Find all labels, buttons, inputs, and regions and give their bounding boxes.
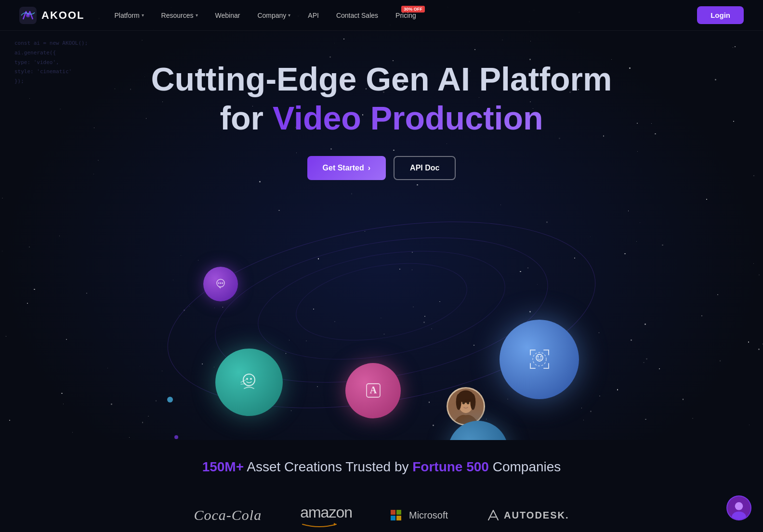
logo-amazon: amazon xyxy=(300,504,352,527)
nav-api[interactable]: API xyxy=(301,8,326,23)
svg-point-3 xyxy=(218,282,220,284)
hero-content: Cutting-Edge Gen AI Platform for Video P… xyxy=(151,31,612,180)
hero-buttons: Get Started › API Doc xyxy=(151,156,612,180)
text-icon: A xyxy=(363,380,384,401)
orb-teal-large[interactable] xyxy=(215,349,283,416)
logo[interactable]: AKOOL xyxy=(19,7,84,24)
center-avatar xyxy=(447,387,485,426)
logo-autodesk: AUTODESK. xyxy=(487,508,569,522)
chat-icon xyxy=(214,277,227,291)
nav-webinar[interactable]: Webinar xyxy=(209,8,247,23)
nav-platform[interactable]: Platform ▾ xyxy=(107,8,150,23)
login-button[interactable]: Login xyxy=(697,6,744,24)
company-chevron-icon: ▾ xyxy=(288,13,290,18)
logo-icon xyxy=(19,7,37,24)
logos-section: Coca-Cola amazon Microsoft AUTODESK. xyxy=(0,489,763,532)
api-doc-button[interactable]: API Doc xyxy=(394,156,456,180)
svg-point-19 xyxy=(470,394,475,410)
nav-pricing[interactable]: Pricing 30% OFF xyxy=(389,8,423,23)
svg-point-23 xyxy=(540,356,541,358)
logo-microsoft: Microsoft xyxy=(391,510,448,521)
stats-section: 150M+ Asset Creations Trusted by Fortune… xyxy=(0,440,763,489)
nav-company[interactable]: Company ▾ xyxy=(250,8,297,23)
logo-text: AKOOL xyxy=(41,9,84,22)
svg-point-22 xyxy=(537,356,539,358)
hero-section: const ai = new AKOOL();ai.generate({ typ… xyxy=(0,0,763,440)
svg-point-4 xyxy=(220,282,222,284)
get-started-button[interactable]: Get Started › xyxy=(307,156,386,180)
face-swap-icon xyxy=(237,370,261,394)
nav-contact-sales[interactable]: Contact Sales xyxy=(329,8,385,23)
bottom-avatar-icon xyxy=(727,495,750,520)
code-overlay: const ai = new AKOOL();ai.generate({ typ… xyxy=(14,39,88,86)
pricing-badge: 30% OFF xyxy=(401,6,425,13)
nav-resources[interactable]: Resources ▾ xyxy=(155,8,205,23)
nav-links: Platform ▾ Resources ▾ Webinar Company ▾… xyxy=(107,8,697,23)
microsoft-logo-grid xyxy=(391,510,401,520)
hero-title: Cutting-Edge Gen AI Platform for Video P… xyxy=(151,60,612,137)
svg-point-28 xyxy=(735,502,743,510)
decorative-dot-2 xyxy=(174,435,178,439)
stats-text: 150M+ Asset Creations Trusted by Fortune… xyxy=(0,459,763,475)
autodesk-logo-icon xyxy=(487,508,500,522)
amazon-smile-icon xyxy=(300,521,339,527)
svg-point-18 xyxy=(456,394,461,410)
avatar-face xyxy=(448,389,484,424)
resources-chevron-icon: ▾ xyxy=(196,13,198,18)
svg-point-5 xyxy=(222,282,224,284)
svg-point-21 xyxy=(536,354,543,361)
orb-pink-medium[interactable]: A xyxy=(345,363,401,418)
svg-text:A: A xyxy=(369,385,377,395)
decorative-dot-1 xyxy=(167,397,173,402)
logo-coca-cola: Coca-Cola xyxy=(194,507,262,523)
navbar: AKOOL Platform ▾ Resources ▾ Webinar Com… xyxy=(0,0,763,31)
svg-point-8 xyxy=(250,378,252,380)
platform-chevron-icon: ▾ xyxy=(142,13,144,18)
orbit-visualization: A xyxy=(92,190,671,440)
face-scan-icon xyxy=(526,345,553,373)
bottom-avatar-button[interactable] xyxy=(726,495,751,520)
orb-purple-small[interactable] xyxy=(203,267,238,301)
orb-blue-large[interactable] xyxy=(500,320,579,399)
svg-point-7 xyxy=(246,378,248,380)
